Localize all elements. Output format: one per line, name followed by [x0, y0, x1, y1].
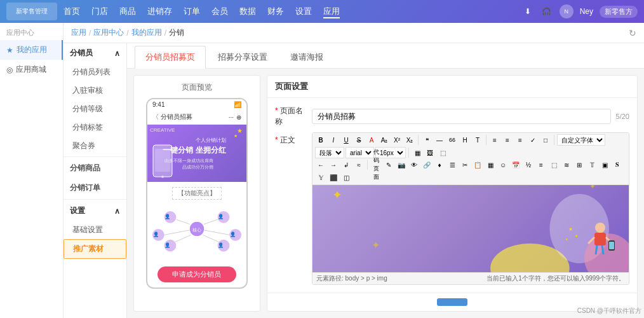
rte-nbsp-btn[interactable]: ≈	[353, 159, 365, 170]
rte-frame-btn[interactable]: ⬚	[548, 159, 560, 170]
phone-dots-btn[interactable]: ···	[229, 114, 234, 121]
rte-image-insert-btn[interactable]: 🖼	[424, 147, 436, 158]
sidebar-item-app-domain[interactable]: ◎ 应用商城	[0, 60, 63, 80]
rte-blockquote-btn[interactable]: ❝	[421, 134, 433, 146]
rte-redo-btn[interactable]: →	[328, 159, 339, 170]
tab-share-settings[interactable]: 招募分享设置	[207, 46, 278, 68]
nav-members[interactable]: 会员	[211, 4, 228, 18]
rte-style-btn[interactable]: 𝐒	[612, 159, 623, 170]
rte-block-btn[interactable]: ⬛	[328, 172, 339, 183]
tab-recruit[interactable]: 分销员招募页	[135, 46, 206, 69]
rte-list-btn[interactable]: ✓	[527, 134, 539, 146]
svg-text:👤: 👤	[164, 214, 171, 219]
svg-line-6	[176, 219, 189, 224]
nav-data[interactable]: 数据	[239, 4, 256, 18]
rte-enter-btn[interactable]: ↲	[340, 159, 352, 170]
rte-checkbox-btn[interactable]: □	[540, 134, 551, 146]
rte-toolbar-row1: B I U S A A₂ X² X₂	[315, 134, 626, 158]
rte-align-right-btn[interactable]: ≡	[514, 134, 526, 146]
dist-group-header[interactable]: 分销员 ∧	[64, 43, 126, 63]
basic-settings-item[interactable]: 基础设置	[64, 221, 126, 239]
rte-char-count: 当前已输入1个字符，您还可以输入9999个字符。	[486, 274, 625, 283]
rte-subscript-btn[interactable]: X₂	[404, 134, 415, 146]
sidebar-item-my-apps[interactable]: ★ 我的应用	[0, 40, 63, 60]
nav-finance[interactable]: 财务	[267, 4, 284, 18]
dist-goods-section[interactable]: 分销商品	[64, 158, 126, 178]
rte-italic-btn[interactable]: I	[328, 134, 339, 146]
promo-materials-item[interactable]: 推广素材	[64, 239, 126, 259]
rte-cut-btn[interactable]: ✂	[459, 159, 471, 170]
rte-photo-btn[interactable]: 📷	[396, 159, 407, 170]
rte-align-center-btn[interactable]: ≡	[502, 134, 513, 146]
svg-line-35	[602, 245, 603, 254]
rte-image2-btn[interactable]: ▣	[599, 159, 610, 170]
rte-template-btn[interactable]: 𝕋	[586, 159, 598, 170]
headset-icon[interactable]: 🎧	[540, 5, 553, 18]
breadcrumb-apps[interactable]: 应用	[71, 27, 86, 38]
rte-bold-btn[interactable]: B	[315, 134, 326, 146]
rte-date-btn[interactable]: 📅	[510, 159, 521, 170]
dist-level-item[interactable]: 分销等级	[64, 100, 126, 118]
download-icon[interactable]: ⬇	[521, 5, 534, 18]
rte-content-area[interactable]: ✦ ✦ ✦ ✦	[312, 185, 629, 272]
rte-font-select[interactable]: 自定义字体	[557, 134, 605, 146]
rte-fontsize-btn[interactable]: 66	[446, 134, 458, 146]
rte-split-btn[interactable]: ◫	[340, 172, 352, 183]
top-nav-right: ⬇ 🎧 N Ney 新零售方	[521, 4, 638, 18]
store-badge[interactable]: 新零售方	[600, 6, 638, 18]
rte-font-color-btn[interactable]: A	[366, 134, 377, 146]
rte-fraction-btn[interactable]: ½	[523, 159, 534, 170]
page-name-label-text: 页面名称	[275, 106, 303, 126]
dist-tag-item[interactable]: 分销标签	[64, 118, 126, 137]
rte-hr-btn[interactable]: —	[434, 134, 445, 146]
dist-list-item[interactable]: 分销员列表	[64, 63, 126, 81]
rte-align-left-btn[interactable]: ≡	[489, 134, 500, 146]
rte-emoji-btn[interactable]: ☺	[497, 159, 509, 170]
nav-store[interactable]: 门店	[91, 4, 108, 18]
app-domain-label: 应用商城	[16, 64, 46, 75]
settings-group-header[interactable]: 设置 ∧	[64, 201, 126, 221]
rte-code-btn[interactable]: 代码页面	[370, 159, 382, 170]
rte-cols-btn[interactable]: ≋	[561, 159, 572, 170]
save-button[interactable]	[437, 298, 467, 306]
rte-anchor-btn[interactable]: ♦	[434, 159, 445, 170]
dist-order-section[interactable]: 分销订单	[64, 178, 126, 198]
nav-goods[interactable]: 商品	[119, 4, 136, 18]
dist-review-item[interactable]: 入驻审核	[64, 81, 126, 100]
phone-apply-btn[interactable]: 申请成为分销员	[158, 266, 237, 282]
breadcrumb-app-center[interactable]: 应用中心	[93, 27, 124, 38]
rte-text-btn[interactable]: T	[472, 134, 483, 146]
breadcrumb-my-apps[interactable]: 我的应用	[131, 27, 162, 38]
nav-inventory[interactable]: 进销存	[147, 4, 172, 18]
rte-para-select[interactable]: 段落	[315, 147, 344, 158]
rte-paste-btn[interactable]: ▦	[485, 159, 496, 170]
phone-plus-btn[interactable]: ⊕	[236, 114, 241, 121]
rte-undo-btn[interactable]: ←	[315, 159, 326, 170]
rte-highlight-btn[interactable]: A₂	[379, 134, 390, 146]
nav-settings[interactable]: 设置	[295, 4, 312, 18]
rte-font-family-select[interactable]: arial	[345, 147, 374, 158]
rte-link-btn[interactable]: 🔗	[421, 159, 433, 170]
rte-copy-btn[interactable]: 📋	[472, 159, 483, 170]
rte-strikethrough-btn[interactable]: S	[353, 134, 365, 146]
rte-list2-btn[interactable]: ≡	[535, 159, 547, 170]
rte-more-btn[interactable]: ▦	[412, 147, 423, 158]
rte-underline-btn[interactable]: U	[340, 134, 352, 146]
rte-symbol-btn[interactable]: 𝕐	[315, 172, 326, 183]
logo-text: 新零售管理	[16, 7, 48, 16]
rte-indent-btn[interactable]: ☰	[446, 159, 458, 170]
rte-preview-btn[interactable]: 👁	[408, 159, 420, 170]
rte-pencil-btn[interactable]: ✎	[383, 159, 394, 170]
refresh-icon[interactable]: ↻	[629, 28, 636, 38]
nav-home[interactable]: 首页	[64, 4, 80, 18]
page-name-input[interactable]	[312, 109, 611, 124]
nav-orders[interactable]: 订单	[184, 4, 200, 18]
rte-superscript-btn[interactable]: X²	[391, 134, 403, 146]
nav-apps[interactable]: 应用	[323, 4, 340, 18]
tab-invite-poster[interactable]: 邀请海报	[279, 46, 334, 68]
rte-heading-btn[interactable]: H	[459, 134, 471, 146]
rte-grid-btn[interactable]: ⊞	[574, 159, 585, 170]
rte-table-btn[interactable]: ⬚	[437, 147, 448, 158]
phone-back-btn[interactable]: 〈 分销员招募	[152, 113, 192, 121]
dist-group-item[interactable]: 聚合券	[64, 137, 126, 155]
